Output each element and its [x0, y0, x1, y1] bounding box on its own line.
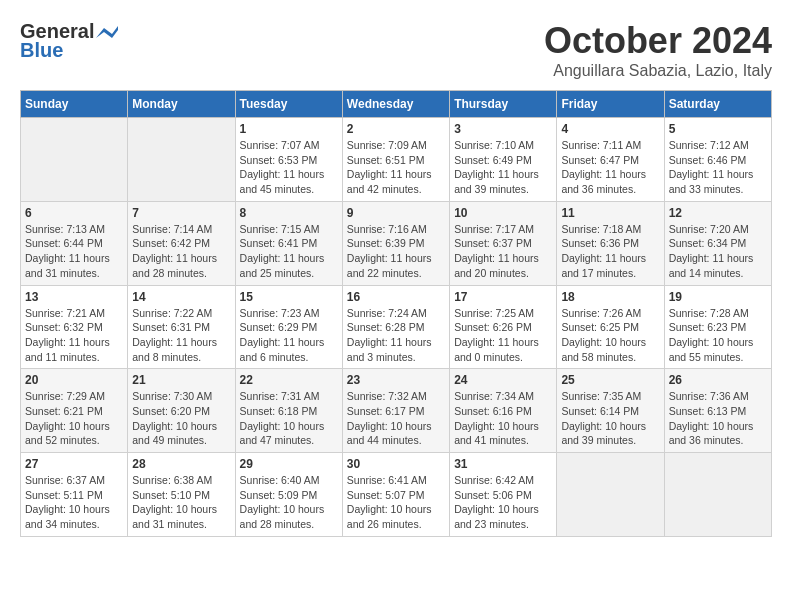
day-info: Sunrise: 7:35 AMSunset: 6:14 PMDaylight:… [561, 389, 659, 448]
day-number: 18 [561, 290, 659, 304]
day-number: 26 [669, 373, 767, 387]
day-number: 28 [132, 457, 230, 471]
weekday-header-thursday: Thursday [450, 91, 557, 118]
day-number: 23 [347, 373, 445, 387]
day-number: 5 [669, 122, 767, 136]
day-number: 19 [669, 290, 767, 304]
calendar-cell [664, 453, 771, 537]
logo: General Blue [20, 20, 118, 62]
calendar-cell: 15Sunrise: 7:23 AMSunset: 6:29 PMDayligh… [235, 285, 342, 369]
week-row-1: 1Sunrise: 7:07 AMSunset: 6:53 PMDaylight… [21, 118, 772, 202]
calendar-cell: 2Sunrise: 7:09 AMSunset: 6:51 PMDaylight… [342, 118, 449, 202]
calendar-cell [557, 453, 664, 537]
day-number: 15 [240, 290, 338, 304]
weekday-header-sunday: Sunday [21, 91, 128, 118]
day-number: 7 [132, 206, 230, 220]
day-info: Sunrise: 7:36 AMSunset: 6:13 PMDaylight:… [669, 389, 767, 448]
weekday-header-tuesday: Tuesday [235, 91, 342, 118]
day-number: 21 [132, 373, 230, 387]
calendar-cell: 31Sunrise: 6:42 AMSunset: 5:06 PMDayligh… [450, 453, 557, 537]
day-info: Sunrise: 7:13 AMSunset: 6:44 PMDaylight:… [25, 222, 123, 281]
day-info: Sunrise: 7:18 AMSunset: 6:36 PMDaylight:… [561, 222, 659, 281]
day-number: 3 [454, 122, 552, 136]
week-row-2: 6Sunrise: 7:13 AMSunset: 6:44 PMDaylight… [21, 201, 772, 285]
svg-marker-0 [96, 26, 118, 38]
week-row-5: 27Sunrise: 6:37 AMSunset: 5:11 PMDayligh… [21, 453, 772, 537]
calendar-cell: 12Sunrise: 7:20 AMSunset: 6:34 PMDayligh… [664, 201, 771, 285]
logo-blue: Blue [20, 39, 63, 62]
day-number: 9 [347, 206, 445, 220]
day-number: 16 [347, 290, 445, 304]
day-info: Sunrise: 7:31 AMSunset: 6:18 PMDaylight:… [240, 389, 338, 448]
day-number: 4 [561, 122, 659, 136]
calendar-cell: 17Sunrise: 7:25 AMSunset: 6:26 PMDayligh… [450, 285, 557, 369]
calendar-cell: 14Sunrise: 7:22 AMSunset: 6:31 PMDayligh… [128, 285, 235, 369]
day-number: 20 [25, 373, 123, 387]
calendar-cell [128, 118, 235, 202]
weekday-header-friday: Friday [557, 91, 664, 118]
calendar-cell: 30Sunrise: 6:41 AMSunset: 5:07 PMDayligh… [342, 453, 449, 537]
day-info: Sunrise: 7:07 AMSunset: 6:53 PMDaylight:… [240, 138, 338, 197]
day-info: Sunrise: 7:34 AMSunset: 6:16 PMDaylight:… [454, 389, 552, 448]
day-info: Sunrise: 6:38 AMSunset: 5:10 PMDaylight:… [132, 473, 230, 532]
day-info: Sunrise: 7:20 AMSunset: 6:34 PMDaylight:… [669, 222, 767, 281]
day-info: Sunrise: 7:23 AMSunset: 6:29 PMDaylight:… [240, 306, 338, 365]
calendar-cell: 7Sunrise: 7:14 AMSunset: 6:42 PMDaylight… [128, 201, 235, 285]
day-number: 10 [454, 206, 552, 220]
day-info: Sunrise: 7:11 AMSunset: 6:47 PMDaylight:… [561, 138, 659, 197]
weekday-header-saturday: Saturday [664, 91, 771, 118]
weekday-header-row: SundayMondayTuesdayWednesdayThursdayFrid… [21, 91, 772, 118]
calendar-cell: 21Sunrise: 7:30 AMSunset: 6:20 PMDayligh… [128, 369, 235, 453]
day-number: 29 [240, 457, 338, 471]
calendar-cell: 25Sunrise: 7:35 AMSunset: 6:14 PMDayligh… [557, 369, 664, 453]
logo-icon [96, 24, 118, 42]
calendar-cell: 18Sunrise: 7:26 AMSunset: 6:25 PMDayligh… [557, 285, 664, 369]
calendar-cell: 10Sunrise: 7:17 AMSunset: 6:37 PMDayligh… [450, 201, 557, 285]
day-info: Sunrise: 7:26 AMSunset: 6:25 PMDaylight:… [561, 306, 659, 365]
calendar-cell: 28Sunrise: 6:38 AMSunset: 5:10 PMDayligh… [128, 453, 235, 537]
day-info: Sunrise: 7:21 AMSunset: 6:32 PMDaylight:… [25, 306, 123, 365]
week-row-4: 20Sunrise: 7:29 AMSunset: 6:21 PMDayligh… [21, 369, 772, 453]
day-info: Sunrise: 7:22 AMSunset: 6:31 PMDaylight:… [132, 306, 230, 365]
day-info: Sunrise: 7:12 AMSunset: 6:46 PMDaylight:… [669, 138, 767, 197]
location: Anguillara Sabazia, Lazio, Italy [544, 62, 772, 80]
day-info: Sunrise: 7:15 AMSunset: 6:41 PMDaylight:… [240, 222, 338, 281]
day-number: 13 [25, 290, 123, 304]
calendar-cell: 1Sunrise: 7:07 AMSunset: 6:53 PMDaylight… [235, 118, 342, 202]
day-info: Sunrise: 7:24 AMSunset: 6:28 PMDaylight:… [347, 306, 445, 365]
calendar-table: SundayMondayTuesdayWednesdayThursdayFrid… [20, 90, 772, 537]
day-info: Sunrise: 6:42 AMSunset: 5:06 PMDaylight:… [454, 473, 552, 532]
day-number: 22 [240, 373, 338, 387]
calendar-cell: 16Sunrise: 7:24 AMSunset: 6:28 PMDayligh… [342, 285, 449, 369]
calendar-cell: 11Sunrise: 7:18 AMSunset: 6:36 PMDayligh… [557, 201, 664, 285]
week-row-3: 13Sunrise: 7:21 AMSunset: 6:32 PMDayligh… [21, 285, 772, 369]
calendar-cell: 24Sunrise: 7:34 AMSunset: 6:16 PMDayligh… [450, 369, 557, 453]
day-info: Sunrise: 7:16 AMSunset: 6:39 PMDaylight:… [347, 222, 445, 281]
day-info: Sunrise: 7:10 AMSunset: 6:49 PMDaylight:… [454, 138, 552, 197]
day-info: Sunrise: 7:25 AMSunset: 6:26 PMDaylight:… [454, 306, 552, 365]
day-info: Sunrise: 7:29 AMSunset: 6:21 PMDaylight:… [25, 389, 123, 448]
day-number: 14 [132, 290, 230, 304]
day-info: Sunrise: 6:37 AMSunset: 5:11 PMDaylight:… [25, 473, 123, 532]
weekday-header-monday: Monday [128, 91, 235, 118]
calendar-cell [21, 118, 128, 202]
day-number: 1 [240, 122, 338, 136]
day-info: Sunrise: 7:14 AMSunset: 6:42 PMDaylight:… [132, 222, 230, 281]
day-number: 17 [454, 290, 552, 304]
calendar-cell: 27Sunrise: 6:37 AMSunset: 5:11 PMDayligh… [21, 453, 128, 537]
day-info: Sunrise: 7:17 AMSunset: 6:37 PMDaylight:… [454, 222, 552, 281]
page-header: General Blue October 2024 Anguillara Sab… [20, 20, 772, 80]
title-area: October 2024 Anguillara Sabazia, Lazio, … [544, 20, 772, 80]
calendar-cell: 9Sunrise: 7:16 AMSunset: 6:39 PMDaylight… [342, 201, 449, 285]
weekday-header-wednesday: Wednesday [342, 91, 449, 118]
day-number: 8 [240, 206, 338, 220]
calendar-cell: 3Sunrise: 7:10 AMSunset: 6:49 PMDaylight… [450, 118, 557, 202]
calendar-cell: 4Sunrise: 7:11 AMSunset: 6:47 PMDaylight… [557, 118, 664, 202]
calendar-cell: 22Sunrise: 7:31 AMSunset: 6:18 PMDayligh… [235, 369, 342, 453]
calendar-cell: 6Sunrise: 7:13 AMSunset: 6:44 PMDaylight… [21, 201, 128, 285]
day-number: 27 [25, 457, 123, 471]
day-number: 31 [454, 457, 552, 471]
day-number: 30 [347, 457, 445, 471]
calendar-cell: 20Sunrise: 7:29 AMSunset: 6:21 PMDayligh… [21, 369, 128, 453]
day-info: Sunrise: 7:32 AMSunset: 6:17 PMDaylight:… [347, 389, 445, 448]
